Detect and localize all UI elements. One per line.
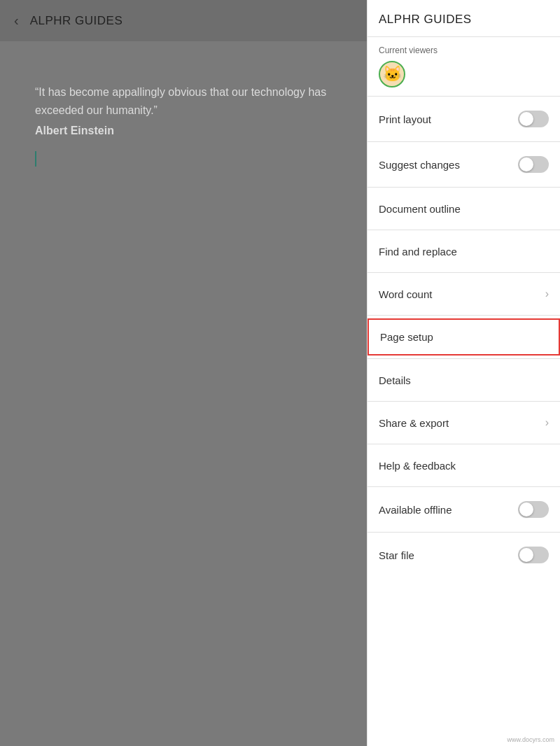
menu-item-available-offline[interactable]: Available offline [368,490,560,529]
page-setup-label: Page setup [380,331,433,343]
menu-item-find-replace[interactable]: Find and replace [368,233,560,269]
menu-item-print-layout[interactable]: Print layout [368,99,560,139]
document-panel: ‹ ALPHR GUIDES “It has become appallingl… [0,0,367,746]
toggle-knob-3 [519,502,533,516]
menu-items-list: Print layout Suggest changes Document ou… [368,99,560,733]
menu-title: ALPHR GUIDES [379,13,472,26]
print-layout-label: Print layout [379,113,431,125]
menu-panel: ALPHR GUIDES Current viewers 🐱 Print lay… [367,0,560,746]
word-count-label: Word count [379,288,432,300]
divider-8 [368,444,560,444]
viewer-avatar: 🐱 [379,61,405,87]
divider-5 [368,315,560,316]
menu-item-details[interactable]: Details [368,362,560,398]
suggest-changes-label: Suggest changes [379,159,460,171]
menu-item-word-count[interactable]: Word count › [368,276,560,312]
divider-7 [368,401,560,402]
toggle-knob-2 [519,157,533,171]
divider-10 [368,532,560,533]
menu-item-help-feedback[interactable]: Help & feedback [368,447,560,484]
find-replace-label: Find and replace [379,246,457,258]
doc-content: “It has become appallingly obvious that … [0,41,367,746]
toggle-knob-4 [519,548,533,562]
available-offline-label: Available offline [379,504,452,516]
divider-6 [368,358,560,359]
divider-4 [368,272,560,273]
viewers-section: Current viewers 🐱 [368,37,560,93]
back-button[interactable]: ‹ [11,10,22,31]
word-count-chevron-icon: › [545,288,549,300]
watermark: www.docyrs.com [368,733,560,746]
doc-quote: “It has become appallingly obvious that … [35,83,332,119]
menu-item-suggest-changes[interactable]: Suggest changes [368,145,560,184]
divider-9 [368,486,560,487]
menu-item-share-export[interactable]: Share & export › [368,404,560,441]
toggle-knob [519,112,533,126]
doc-header: ‹ ALPHR GUIDES [0,0,367,41]
star-file-toggle[interactable] [518,547,549,563]
doc-cursor [35,151,36,167]
divider-1 [368,141,560,142]
menu-item-document-outline[interactable]: Document outline [368,190,560,227]
divider-3 [368,230,560,230]
print-layout-toggle[interactable] [518,111,549,127]
details-label: Details [379,374,411,386]
star-file-label: Star file [379,549,414,561]
menu-item-page-setup[interactable]: Page setup [368,318,560,356]
menu-item-star-file[interactable]: Star file [368,535,560,575]
viewers-label: Current viewers [379,45,549,55]
document-outline-label: Document outline [379,203,461,215]
suggest-changes-toggle[interactable] [518,156,549,173]
doc-author: Albert Einstein [35,125,332,137]
share-export-label: Share & export [379,417,449,429]
share-export-chevron-icon: › [545,416,549,429]
available-offline-toggle[interactable] [518,501,549,518]
divider-2 [368,187,560,188]
menu-header: ALPHR GUIDES [368,0,560,37]
help-feedback-label: Help & feedback [379,460,456,472]
doc-panel-title: ALPHR GUIDES [30,14,123,28]
divider-top [368,96,560,97]
